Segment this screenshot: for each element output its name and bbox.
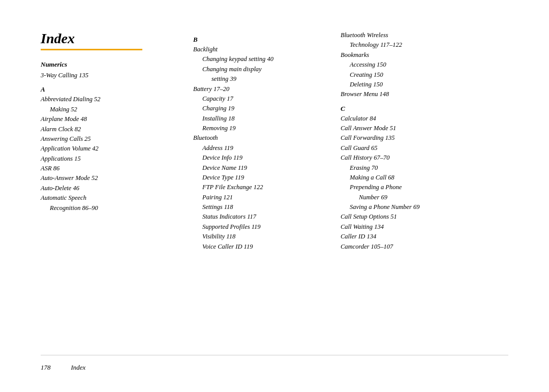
- content-area: Index Numerics 3-Way Calling 135 A Abbre…: [41, 31, 508, 350]
- list-item: Address 119: [193, 143, 325, 153]
- list-item: Backlight: [193, 45, 325, 54]
- list-item: Bluetooth: [193, 133, 325, 143]
- right-column: Bluetooth Wireless Technology 117–122 Bo…: [336, 31, 508, 350]
- list-item: Charging 19: [193, 104, 325, 113]
- numerics-header: Numerics: [41, 61, 178, 69]
- list-item: Caller ID 134: [341, 232, 508, 242]
- list-item: Auto-Delete 46: [41, 184, 178, 193]
- list-item: Prepending a Phone: [341, 183, 508, 192]
- footer: 178 Index: [41, 355, 508, 372]
- list-item: Call History 67–70: [341, 153, 508, 163]
- list-item: Abbreviated Dialing 52: [41, 95, 178, 104]
- list-item: Saving a Phone Number 69: [341, 202, 508, 212]
- list-item: Recognition 86–90: [41, 203, 178, 213]
- list-item: Applications 15: [41, 154, 178, 164]
- list-item: Call Guard 65: [341, 143, 508, 153]
- letter-a-header: A: [41, 85, 178, 94]
- list-item: Camcorder 105–107: [341, 242, 508, 252]
- list-item: Accessing 150: [341, 60, 508, 70]
- list-item: Number 69: [341, 193, 508, 202]
- list-item: Pairing 121: [193, 193, 325, 202]
- list-item: Deleting 150: [341, 80, 508, 89]
- list-item: Bluetooth Wireless: [341, 31, 508, 40]
- list-item: Calculator 84: [341, 114, 508, 124]
- list-item: FTP File Exchange 122: [193, 183, 325, 192]
- list-item: Installing 18: [193, 114, 325, 124]
- list-item: Supported Profiles 119: [193, 222, 325, 232]
- list-item: Airplane Mode 48: [41, 114, 178, 124]
- list-item: Call Forwarding 135: [341, 133, 508, 143]
- letter-b-header: B: [193, 36, 325, 44]
- letter-c-header: C: [341, 105, 508, 113]
- list-item: Capacity 17: [193, 94, 325, 104]
- list-item: Call Answer Mode 51: [341, 124, 508, 133]
- list-item: Creating 150: [341, 70, 508, 80]
- footer-page-number: 178: [41, 364, 51, 372]
- list-item: Application Volume 42: [41, 144, 178, 154]
- page: Index Numerics 3-Way Calling 135 A Abbre…: [0, 0, 549, 392]
- list-item: 3-Way Calling 135: [41, 71, 178, 80]
- list-item: Alarm Clock 82: [41, 125, 178, 134]
- list-item: Browser Menu 148: [341, 89, 508, 99]
- list-item: Settings 118: [193, 202, 325, 212]
- left-column: Index Numerics 3-Way Calling 135 A Abbre…: [41, 31, 188, 350]
- index-title: Index: [41, 31, 178, 47]
- list-item: Erasing 70: [341, 163, 508, 173]
- list-item: Making 52: [41, 105, 178, 114]
- list-item: Auto-Answer Mode 52: [41, 173, 178, 183]
- list-item: Call Setup Options 51: [341, 212, 508, 222]
- list-item: Changing keypad setting 40: [193, 54, 325, 64]
- list-item: Voice Caller ID 119: [193, 242, 325, 252]
- list-item: Device Type 119: [193, 173, 325, 183]
- list-item: Automatic Speech: [41, 193, 178, 203]
- list-item: Status Indicators 117: [193, 212, 325, 222]
- list-item: Changing main display: [193, 65, 325, 74]
- list-item: ASR 86: [41, 164, 178, 173]
- list-item: Call Waiting 134: [341, 222, 508, 232]
- list-item: Bookmarks: [341, 50, 508, 60]
- list-item: Device Info 119: [193, 153, 325, 163]
- footer-label: Index: [71, 364, 86, 372]
- list-item: Technology 117–122: [341, 40, 508, 50]
- list-item: Device Name 119: [193, 163, 325, 173]
- list-item: Removing 19: [193, 124, 325, 133]
- list-item: Answering Calls 25: [41, 134, 178, 144]
- list-item: Visibility 118: [193, 232, 325, 242]
- list-item: setting 39: [193, 74, 325, 84]
- middle-column: B Backlight Changing keypad setting 40 C…: [188, 31, 336, 350]
- list-item: Battery 17–20: [193, 84, 325, 94]
- list-item: Making a Call 68: [341, 173, 508, 183]
- title-underline: [41, 49, 142, 50]
